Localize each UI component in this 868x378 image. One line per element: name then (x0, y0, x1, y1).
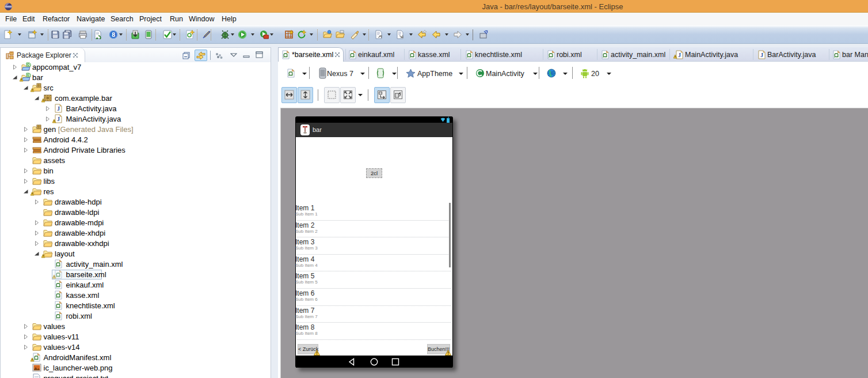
svg-text:8: 8 (112, 31, 115, 38)
